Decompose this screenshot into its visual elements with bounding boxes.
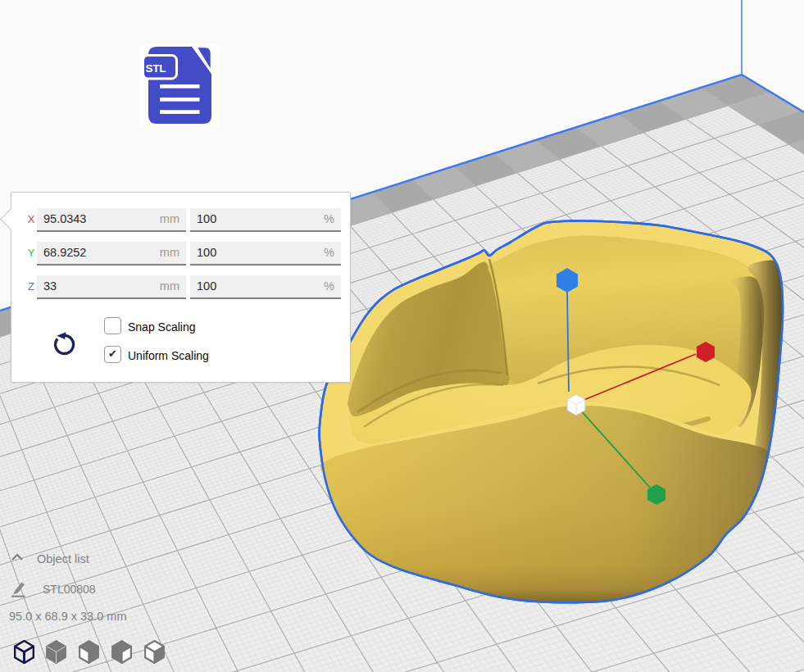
svg-text:STL: STL: [146, 62, 166, 75]
